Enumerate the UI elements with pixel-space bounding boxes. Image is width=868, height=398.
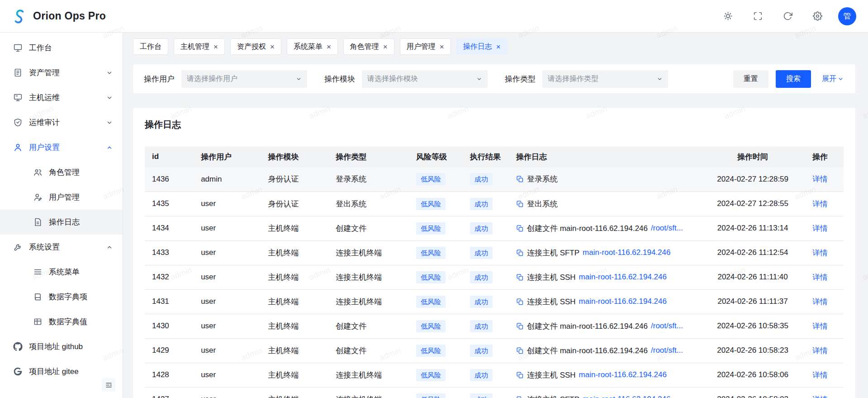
detail-link[interactable]: 详情 <box>812 175 828 183</box>
copy-icon[interactable] <box>516 396 524 398</box>
filter-select[interactable]: 请选择操作类型 <box>542 70 668 88</box>
tab-label: 主机管理 <box>180 42 209 52</box>
cell-time: 2024-02-26 10:58:03 <box>700 387 805 398</box>
log-link[interactable]: main-root-116.62.194.246 <box>579 297 667 306</box>
settings-icon[interactable] <box>808 7 826 25</box>
detail-link[interactable]: 详情 <box>812 322 828 331</box>
filter-select[interactable]: 请选择操作用户 <box>181 70 307 88</box>
tab-close-icon[interactable]: × <box>383 43 388 51</box>
sidebar-collapse-button[interactable] <box>102 378 115 392</box>
detail-link[interactable]: 详情 <box>812 200 828 208</box>
copy-icon[interactable] <box>516 273 524 281</box>
cell-type: 创建文件 <box>328 338 409 363</box>
sidebar-item[interactable]: 资产管理 <box>0 60 123 85</box>
fullscreen-icon[interactable] <box>749 7 767 25</box>
log-link[interactable]: main-root-116.62.194.246 <box>579 273 667 282</box>
tab-label: 用户管理 <box>407 42 436 52</box>
sidebar-item[interactable]: 角色管理 <box>0 160 123 185</box>
theme-toggle-icon[interactable] <box>719 7 737 25</box>
log-cell: 创建文件 main-root-116.62.194.246/root/sft..… <box>516 223 693 234</box>
sidebar-item[interactable]: 数据字典项 <box>0 284 123 309</box>
copy-icon[interactable] <box>516 298 524 306</box>
log-link[interactable]: main-root-116.62.194.246 <box>583 248 670 257</box>
tab-item[interactable]: 工作台 <box>133 38 168 55</box>
cell-id: 1436 <box>145 167 194 192</box>
tab-close-icon[interactable]: × <box>213 43 218 51</box>
tab-close-icon[interactable]: × <box>270 43 275 51</box>
tab-item[interactable]: 资产授权× <box>230 38 281 55</box>
detail-link[interactable]: 详情 <box>812 224 828 233</box>
tab-label: 操作日志 <box>463 42 492 52</box>
tab-item[interactable]: 角色管理× <box>343 38 394 55</box>
sidebar-item[interactable]: 项目地址 github <box>0 334 123 359</box>
cell-user: admin <box>194 167 261 192</box>
chevron-down-icon <box>838 76 844 82</box>
log-link[interactable]: /root/sft... <box>651 321 683 331</box>
reset-button[interactable]: 重置 <box>733 70 768 88</box>
tab-item[interactable]: 用户管理× <box>400 38 451 55</box>
sidebar: 工作台资产管理主机运维运维审计用户设置角色管理用户管理操作日志系统设置系统菜单数… <box>0 33 123 398</box>
detail-link[interactable]: 详情 <box>812 297 828 306</box>
user-avatar[interactable]: 管 <box>838 7 856 25</box>
sidebar-item-selected[interactable]: 操作日志 <box>0 210 123 235</box>
users-icon <box>33 192 43 202</box>
detail-link[interactable]: 详情 <box>812 371 828 379</box>
tab-item[interactable]: 系统菜单× <box>287 38 338 55</box>
audit-icon <box>13 118 23 127</box>
tab-label: 资产授权 <box>237 42 266 52</box>
cell-time: 2024-02-26 11:11:37 <box>700 289 805 314</box>
refresh-icon[interactable] <box>778 7 797 25</box>
table-row: 1435user身份认证登出系统低风险成功登出系统2024-02-27 12:2… <box>145 192 844 216</box>
search-button[interactable]: 搜索 <box>776 70 811 88</box>
log-text: 创建文件 main-root-116.62.194.246 <box>527 223 648 234</box>
tab-close-icon[interactable]: × <box>327 43 331 51</box>
cell-time: 2024-02-26 11:12:54 <box>700 240 805 265</box>
column-header: 执行结果 <box>463 146 509 167</box>
tab-label: 系统菜单 <box>294 42 323 52</box>
cell-id: 1429 <box>145 338 194 363</box>
copy-icon[interactable] <box>516 225 524 232</box>
cell-type: 连接主机终端 <box>328 289 409 314</box>
cell-user: user <box>194 289 261 314</box>
sidebar-item[interactable]: 用户设置 <box>0 135 123 160</box>
tab-active[interactable]: 操作日志× <box>456 38 508 55</box>
cell-id: 1431 <box>145 289 194 314</box>
copy-icon[interactable] <box>516 322 524 330</box>
sidebar-item[interactable]: 运维审计 <box>0 110 123 135</box>
log-link[interactable]: main-root-116.62.194.246 <box>579 370 667 379</box>
sidebar-item[interactable]: 系统设置 <box>0 235 123 259</box>
cell-time: 2024-02-26 11:13:14 <box>700 216 805 240</box>
detail-link[interactable]: 详情 <box>812 395 828 398</box>
copy-icon[interactable] <box>516 371 524 379</box>
detail-link[interactable]: 详情 <box>812 346 828 355</box>
sidebar-item[interactable]: 系统菜单 <box>0 259 123 284</box>
copy-icon[interactable] <box>516 200 524 208</box>
cell-time: 2024-02-26 11:11:40 <box>700 265 805 289</box>
tab-close-icon[interactable]: × <box>440 43 444 51</box>
log-text: 连接主机 SFTP <box>527 248 579 258</box>
sidebar-item[interactable]: 工作台 <box>0 35 123 60</box>
menu-icon <box>33 267 43 277</box>
brand[interactable]: Orion Ops Pro <box>11 8 106 24</box>
sidebar-item[interactable]: 主机运维 <box>0 85 123 110</box>
chevron-down-icon <box>476 76 482 82</box>
cell-user: user <box>194 314 261 338</box>
sidebar-item-label: 主机运维 <box>29 92 60 103</box>
log-link[interactable]: /root/sft... <box>651 346 683 355</box>
tab-item[interactable]: 主机管理× <box>174 38 225 55</box>
log-link[interactable]: /root/sft... <box>651 224 683 233</box>
column-header: 操作类型 <box>328 146 409 167</box>
copy-icon[interactable] <box>516 175 524 183</box>
copy-icon[interactable] <box>516 249 524 257</box>
expand-toggle[interactable]: 展开 <box>822 74 844 84</box>
tab-close-icon[interactable]: × <box>496 43 501 51</box>
sidebar-item-label: 项目地址 gitee <box>29 366 79 377</box>
copy-icon[interactable] <box>516 347 524 355</box>
filter-select[interactable]: 请选择操作模块 <box>362 70 488 88</box>
log-text: 连接主机 SSH <box>527 272 576 283</box>
sidebar-item[interactable]: 数据字典值 <box>0 309 123 334</box>
detail-link[interactable]: 详情 <box>812 249 828 257</box>
sidebar-item[interactable]: 用户管理 <box>0 185 123 210</box>
detail-link[interactable]: 详情 <box>812 273 828 282</box>
log-link[interactable]: main-root-116.62.194.246 <box>583 395 670 398</box>
